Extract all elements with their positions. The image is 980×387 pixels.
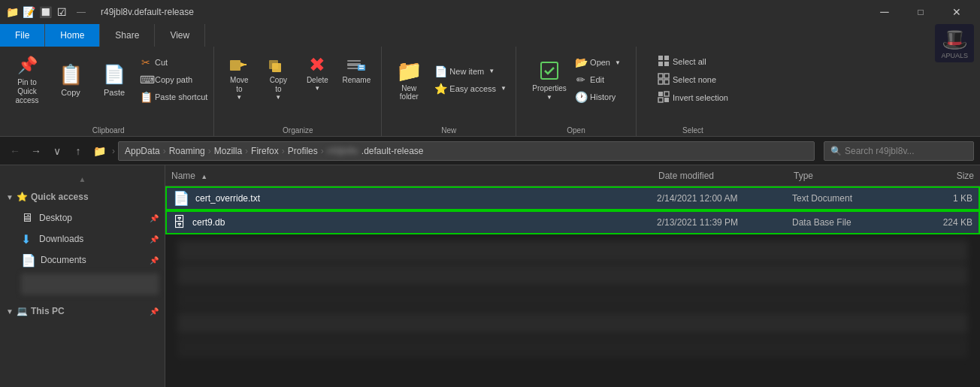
select-buttons: Select all Select none bbox=[655, 51, 731, 108]
clipboard-inner: 📌 Pin to Quickaccess 📋 Copy 📄 Paste ✂ bbox=[6, 51, 210, 123]
svg-rect-11 bbox=[541, 62, 558, 79]
paste-button[interactable]: 📄 Paste bbox=[93, 51, 135, 108]
copy-to-button[interactable]: Copy to ▼ bbox=[259, 51, 297, 108]
open-label: Open bbox=[567, 123, 585, 135]
svg-rect-8 bbox=[358, 65, 365, 71]
svg-rect-4 bbox=[272, 63, 281, 72]
path-appdata[interactable]: AppData bbox=[125, 146, 160, 156]
paste-shortcut-icon: 📋 bbox=[140, 91, 152, 103]
tab-view[interactable]: View bbox=[155, 24, 205, 47]
open-small-buttons: 📂 Open ▼ ✏ Edit 🕐 History bbox=[572, 51, 624, 108]
desktop-pin-icon: 📌 bbox=[150, 214, 159, 222]
cut-button[interactable]: ✂ Cut bbox=[137, 54, 210, 71]
col-name-header[interactable]: Name ▲ bbox=[171, 171, 658, 181]
recent-locations-button[interactable]: ∨ bbox=[48, 142, 66, 160]
db-file-icon: 🗄 bbox=[173, 215, 186, 231]
path-profiles[interactable]: Profiles bbox=[288, 146, 318, 156]
rename-button[interactable]: Rename bbox=[337, 51, 375, 108]
pin-quick-access-button[interactable]: 📌 Pin to Quickaccess bbox=[6, 51, 48, 108]
file-row-cert-override[interactable]: 📄 cert_override.txt 2/14/2021 12:00 AM T… bbox=[165, 186, 980, 210]
path-mozilla[interactable]: Mozilla bbox=[214, 146, 242, 156]
back-button[interactable]: ← bbox=[6, 142, 24, 160]
sidebar-downloads-label: Downloads bbox=[39, 234, 83, 244]
history-button[interactable]: 🕐 History bbox=[572, 89, 624, 105]
col-date-header[interactable]: Date modified bbox=[658, 171, 794, 181]
invert-selection-button[interactable]: Invert selection bbox=[655, 89, 731, 106]
svg-rect-23 bbox=[664, 98, 669, 102]
sidebar-item-downloads[interactable]: ⬇ Downloads 📌 bbox=[0, 228, 165, 249]
select-none-icon bbox=[658, 73, 670, 87]
tab-file[interactable]: File bbox=[0, 24, 45, 47]
easy-access-button[interactable]: ⭐ Easy access ▼ bbox=[431, 80, 510, 97]
properties-arrow: ▼ bbox=[546, 94, 552, 101]
new-label: New bbox=[441, 123, 456, 135]
col-size-header[interactable]: Size bbox=[914, 171, 974, 181]
new-folder-icon: 📁 bbox=[397, 59, 421, 83]
select-all-button[interactable]: Select all bbox=[655, 53, 731, 70]
file-date-cert-override: 2/14/2021 12:00 AM bbox=[657, 193, 792, 204]
file-name-cert-override: 📄 cert_override.txt bbox=[173, 190, 657, 207]
edit-icon: ✏ bbox=[575, 74, 587, 86]
quick-access-header[interactable]: ▼ ⭐ Quick access bbox=[0, 186, 165, 207]
ribbon-group-select: Select all Select none bbox=[637, 47, 749, 136]
new-buttons: 📁 Newfolder 📄 New item ▼ ⭐ Easy access ▼ bbox=[388, 51, 510, 123]
svg-rect-15 bbox=[664, 62, 669, 66]
forward-button[interactable]: → bbox=[27, 142, 45, 160]
new-item-button[interactable]: 📄 New item ▼ bbox=[431, 63, 510, 80]
this-pc-expand-icon: ▼ bbox=[6, 307, 14, 316]
invert-selection-icon bbox=[658, 91, 670, 105]
address-path[interactable]: AppData › Roaming › Mozilla › Firefox › … bbox=[118, 141, 815, 161]
delete-icon: ✖ bbox=[305, 54, 329, 75]
delete-button[interactable]: ✖ Delete ▼ bbox=[298, 51, 336, 108]
open-button[interactable]: 📂 Open ▼ bbox=[572, 54, 624, 71]
path-firefox[interactable]: Firefox bbox=[251, 146, 279, 156]
maximize-button[interactable]: □ bbox=[903, 0, 938, 24]
this-pc-label: This PC bbox=[31, 306, 65, 316]
desktop-icon: 🖥 bbox=[21, 211, 35, 225]
select-none-button[interactable]: Select none bbox=[655, 71, 731, 88]
file-type-cert9-db: Data Base File bbox=[792, 217, 912, 228]
open-arrow: ▼ bbox=[615, 59, 621, 66]
file-list-header: Name ▲ Date modified Type Size bbox=[165, 165, 980, 186]
organize-buttons: Move to ▼ Copy to ▼ ✖ bbox=[220, 51, 375, 123]
properties-icon bbox=[537, 59, 561, 83]
edit-button[interactable]: ✏ Edit bbox=[572, 71, 624, 88]
new-folder-button[interactable]: 📁 Newfolder bbox=[388, 51, 430, 108]
move-to-button[interactable]: Move to ▼ bbox=[220, 51, 258, 108]
up-button[interactable]: ↑ bbox=[69, 142, 87, 160]
this-pc-header[interactable]: ▼ 💻 This PC 📌 bbox=[0, 301, 165, 322]
svg-rect-2 bbox=[240, 64, 247, 65]
properties-button[interactable]: Properties ▼ bbox=[528, 51, 570, 108]
sidebar-blurred-item-1 bbox=[21, 274, 159, 295]
copy-path-button[interactable]: ⌨ Copy path bbox=[137, 71, 210, 88]
title-bar-icons: 📁 📝 🔲 ☑ bbox=[6, 6, 68, 18]
path-roaming[interactable]: Roaming bbox=[169, 146, 205, 156]
path-profile-id[interactable]: r49jbl8v bbox=[327, 146, 358, 156]
blurred-content bbox=[177, 240, 968, 358]
svg-rect-6 bbox=[347, 60, 361, 62]
clipboard-label: Clipboard bbox=[92, 123, 125, 135]
filename-cert-override: cert_override.txt bbox=[195, 193, 260, 204]
file-size-cert-override: 1 KB bbox=[912, 193, 972, 204]
tab-home[interactable]: Home bbox=[45, 24, 100, 47]
svg-rect-13 bbox=[664, 56, 669, 60]
copy-button[interactable]: 📋 Copy bbox=[50, 51, 92, 108]
paste-shortcut-button[interactable]: 📋 Paste shortcut bbox=[137, 89, 210, 105]
select-label: Select bbox=[682, 123, 703, 135]
watermark: 🎩 APUALS bbox=[935, 24, 974, 62]
sidebar-item-documents[interactable]: 📄 Documents 📌 bbox=[0, 249, 165, 271]
file-row-cert9-db[interactable]: 🗄 cert9.db 2/13/2021 11:39 PM Data Base … bbox=[165, 210, 980, 234]
downloads-pin-icon: 📌 bbox=[150, 235, 159, 243]
tab-share[interactable]: Share bbox=[100, 24, 155, 47]
col-type-header[interactable]: Type bbox=[794, 171, 914, 181]
svg-rect-14 bbox=[658, 62, 663, 66]
minimize-button[interactable]: ─ bbox=[867, 0, 902, 24]
delete-arrow: ▼ bbox=[314, 85, 320, 92]
move-to-arrow: ▼ bbox=[236, 94, 242, 101]
close-button[interactable]: ✕ bbox=[939, 0, 974, 24]
sidebar: ▲ ▼ ⭐ Quick access 🖥 Desktop 📌 ⬇ Downloa… bbox=[0, 165, 165, 387]
address-folder-icon: 📁 bbox=[93, 145, 106, 157]
svg-rect-12 bbox=[658, 56, 663, 60]
easy-access-icon: ⭐ bbox=[434, 83, 446, 95]
sidebar-item-desktop[interactable]: 🖥 Desktop 📌 bbox=[0, 207, 165, 228]
